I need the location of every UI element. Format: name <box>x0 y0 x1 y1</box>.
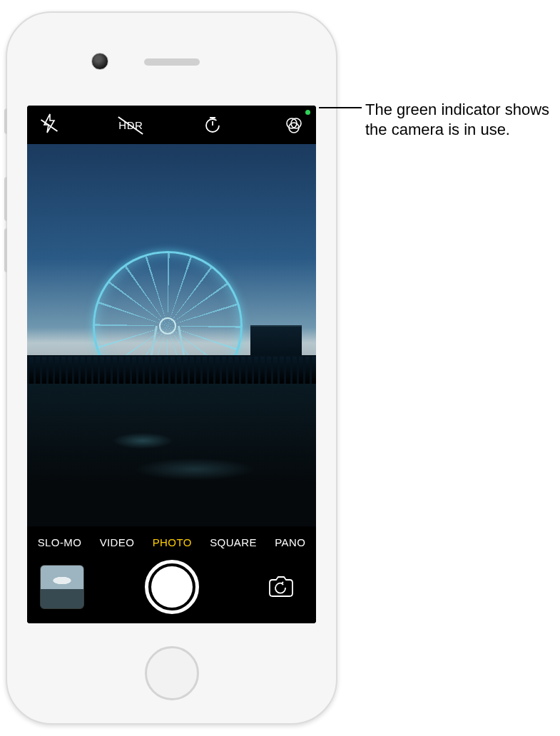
scene-pier <box>27 355 316 384</box>
volume-down-physical <box>4 228 7 272</box>
mode-video[interactable]: VIDEO <box>100 536 135 548</box>
earpiece <box>144 58 200 66</box>
scene-building <box>250 325 302 357</box>
mode-slo-mo[interactable]: SLO-MO <box>38 536 82 548</box>
home-button-physical <box>145 646 199 700</box>
photo-library-thumbnail[interactable] <box>40 565 84 609</box>
shutter-button[interactable] <box>145 560 199 614</box>
shutter-inner-icon <box>151 566 193 608</box>
mode-photo[interactable]: PHOTO <box>153 536 192 548</box>
callout-text: The green indicator shows the camera is … <box>365 100 551 139</box>
hdr-toggle[interactable]: HDR <box>116 111 146 139</box>
scene-water <box>27 384 316 526</box>
mode-pano[interactable]: PANO <box>275 536 305 548</box>
camera-app-screen: HDR SLO-MO VIDEO PHOTO SQUARE <box>27 106 316 623</box>
flash-toggle[interactable] <box>34 111 64 139</box>
callout-leader-line <box>319 107 362 108</box>
volume-up-physical <box>4 177 7 221</box>
mode-square[interactable]: SQUARE <box>210 536 257 548</box>
power-button-physical <box>4 108 7 134</box>
timer-toggle[interactable] <box>198 111 228 139</box>
camera-mode-selector[interactable]: SLO-MO VIDEO PHOTO SQUARE PANO <box>27 526 316 558</box>
camera-bottom-controls <box>27 558 316 623</box>
ipod-touch-device: HDR SLO-MO VIDEO PHOTO SQUARE <box>6 11 337 725</box>
switch-camera-button[interactable] <box>259 569 303 605</box>
camera-top-controls: HDR <box>27 106 316 144</box>
camera-viewfinder[interactable] <box>27 144 316 526</box>
camera-in-use-indicator <box>305 110 310 115</box>
filters-toggle[interactable] <box>279 111 309 139</box>
front-camera-lens <box>91 53 108 70</box>
